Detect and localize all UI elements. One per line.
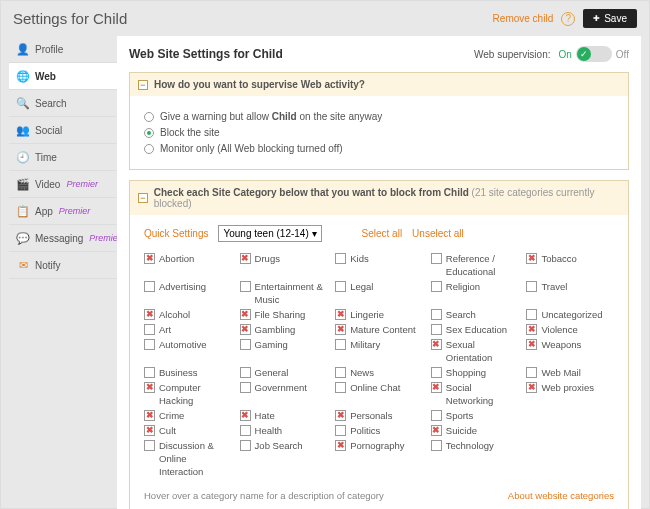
category-mature-content[interactable]: ✖Mature Content [335, 323, 423, 336]
category-government[interactable]: Government [240, 381, 328, 407]
category-religion[interactable]: Religion [431, 280, 519, 306]
category-cult[interactable]: ✖Cult [144, 424, 232, 437]
checkbox-icon[interactable] [526, 367, 537, 378]
checkbox-icon[interactable]: ✖ [335, 309, 346, 320]
checkbox-icon[interactable]: ✖ [144, 253, 155, 264]
checkbox-icon[interactable] [144, 367, 155, 378]
category-lingerie[interactable]: ✖Lingerie [335, 308, 423, 321]
checkbox-icon[interactable]: ✖ [335, 440, 346, 451]
checkbox-icon[interactable]: ✖ [526, 339, 537, 350]
category-web-mail[interactable]: Web Mail [526, 366, 614, 379]
category-uncategorized[interactable]: Uncategorized [526, 308, 614, 321]
checkbox-icon[interactable] [431, 324, 442, 335]
category-file-sharing[interactable]: ✖File Sharing [240, 308, 328, 321]
age-select[interactable]: Young teen (12-14) ▾ [218, 225, 321, 242]
category-online-chat[interactable]: Online Chat [335, 381, 423, 407]
category-kids[interactable]: Kids [335, 252, 423, 278]
category-computer-hacking[interactable]: ✖Computer Hacking [144, 381, 232, 407]
checkbox-icon[interactable] [335, 339, 346, 350]
checkbox-icon[interactable] [240, 440, 251, 451]
category-shopping[interactable]: Shopping [431, 366, 519, 379]
category-entertainment-music[interactable]: Entertainment & Music [240, 280, 328, 306]
supervision-toggle[interactable] [576, 46, 612, 62]
unselect-all-link[interactable]: Unselect all [412, 228, 464, 239]
category-abortion[interactable]: ✖Abortion [144, 252, 232, 278]
radio-block[interactable]: Block the site [144, 127, 614, 138]
checkbox-icon[interactable]: ✖ [144, 382, 155, 393]
checkbox-icon[interactable] [335, 367, 346, 378]
checkbox-icon[interactable]: ✖ [431, 382, 442, 393]
category-personals[interactable]: ✖Personals [335, 409, 423, 422]
category-advertising[interactable]: Advertising [144, 280, 232, 306]
checkbox-icon[interactable] [431, 253, 442, 264]
category-job-search[interactable]: Job Search [240, 439, 328, 478]
sidebar-item-web[interactable]: 🌐Web [9, 63, 117, 90]
checkbox-icon[interactable] [431, 367, 442, 378]
sidebar-item-video[interactable]: 🎬Video Premier [9, 171, 117, 198]
checkbox-icon[interactable]: ✖ [526, 253, 537, 264]
checkbox-icon[interactable] [335, 253, 346, 264]
category-technology[interactable]: Technology [431, 439, 519, 478]
category-hate[interactable]: ✖Hate [240, 409, 328, 422]
radio-warn[interactable]: Give a warning but allow Child on the si… [144, 111, 614, 122]
checkbox-icon[interactable] [144, 440, 155, 451]
category-violence[interactable]: ✖Violence [526, 323, 614, 336]
checkbox-icon[interactable] [335, 382, 346, 393]
checkbox-icon[interactable]: ✖ [240, 324, 251, 335]
checkbox-icon[interactable] [240, 339, 251, 350]
checkbox-icon[interactable]: ✖ [431, 425, 442, 436]
checkbox-icon[interactable] [335, 425, 346, 436]
checkbox-icon[interactable]: ✖ [335, 324, 346, 335]
category-business[interactable]: Business [144, 366, 232, 379]
checkbox-icon[interactable]: ✖ [240, 410, 251, 421]
checkbox-icon[interactable] [431, 281, 442, 292]
category-automotive[interactable]: Automotive [144, 338, 232, 364]
checkbox-icon[interactable]: ✖ [526, 382, 537, 393]
category-tobacco[interactable]: ✖Tobacco [526, 252, 614, 278]
checkbox-icon[interactable]: ✖ [431, 339, 442, 350]
checkbox-icon[interactable] [526, 309, 537, 320]
category-crime[interactable]: ✖Crime [144, 409, 232, 422]
sidebar-item-time[interactable]: 🕘Time [9, 144, 117, 171]
checkbox-icon[interactable]: ✖ [144, 410, 155, 421]
checkbox-icon[interactable] [431, 309, 442, 320]
category-politics[interactable]: Politics [335, 424, 423, 437]
checkbox-icon[interactable] [240, 425, 251, 436]
sidebar-item-profile[interactable]: 👤Profile [9, 36, 117, 63]
select-all-link[interactable]: Select all [362, 228, 403, 239]
checkbox-icon[interactable] [144, 339, 155, 350]
category-suicide[interactable]: ✖Suicide [431, 424, 519, 437]
category-art[interactable]: Art [144, 323, 232, 336]
checkbox-icon[interactable] [431, 410, 442, 421]
category-sports[interactable]: Sports [431, 409, 519, 422]
collapse-icon[interactable]: − [138, 193, 148, 203]
sidebar-item-notify[interactable]: ✉Notify [9, 252, 117, 279]
checkbox-icon[interactable] [144, 324, 155, 335]
category-discussion-online-interaction[interactable]: Discussion & Online Interaction [144, 439, 232, 478]
about-categories-link[interactable]: About website categories [508, 490, 614, 501]
category-weapons[interactable]: ✖Weapons [526, 338, 614, 364]
category-search[interactable]: Search [431, 308, 519, 321]
checkbox-icon[interactable] [144, 281, 155, 292]
category-health[interactable]: Health [240, 424, 328, 437]
checkbox-icon[interactable]: ✖ [240, 253, 251, 264]
category-news[interactable]: News [335, 366, 423, 379]
radio-monitor[interactable]: Monitor only (All Web blocking turned of… [144, 143, 614, 154]
category-reference-educational[interactable]: Reference / Educational [431, 252, 519, 278]
category-legal[interactable]: Legal [335, 280, 423, 306]
category-social-networking[interactable]: ✖Social Networking [431, 381, 519, 407]
sidebar-item-app[interactable]: 📋App Premier [9, 198, 117, 225]
category-travel[interactable]: Travel [526, 280, 614, 306]
checkbox-icon[interactable]: ✖ [335, 410, 346, 421]
category-sex-education[interactable]: Sex Education [431, 323, 519, 336]
checkbox-icon[interactable]: ✖ [526, 324, 537, 335]
sidebar-item-messaging[interactable]: 💬Messaging Premier [9, 225, 117, 252]
category-general[interactable]: General [240, 366, 328, 379]
checkbox-icon[interactable]: ✖ [240, 309, 251, 320]
checkbox-icon[interactable] [240, 281, 251, 292]
help-icon[interactable]: ? [561, 12, 575, 26]
checkbox-icon[interactable] [240, 367, 251, 378]
checkbox-icon[interactable] [431, 440, 442, 451]
category-alcohol[interactable]: ✖Alcohol [144, 308, 232, 321]
remove-child-link[interactable]: Remove child [493, 13, 554, 24]
